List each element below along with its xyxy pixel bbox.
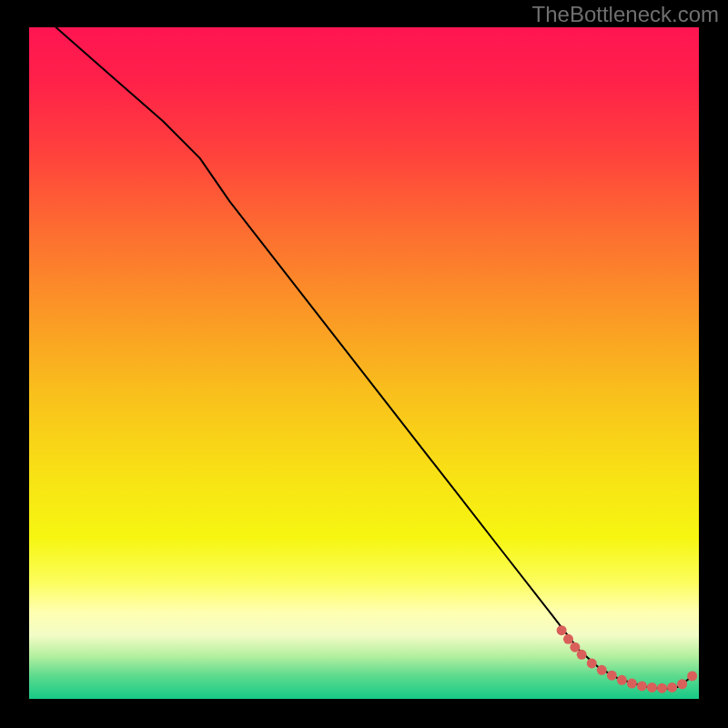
data-point [617, 675, 627, 685]
watermark-text: TheBottleneck.com [532, 2, 719, 27]
data-point [557, 625, 567, 635]
data-point [570, 642, 580, 652]
data-point [637, 681, 647, 691]
data-point [563, 634, 573, 644]
data-point [627, 679, 637, 689]
data-point [647, 682, 657, 693]
plot-area [29, 27, 699, 699]
gradient-background [29, 27, 699, 699]
data-point [687, 671, 697, 681]
data-point [607, 671, 617, 681]
data-point [667, 682, 677, 693]
data-point [597, 665, 607, 675]
data-point [577, 650, 587, 660]
data-point [657, 683, 667, 693]
data-point [677, 679, 687, 689]
chart-container: TheBottleneck.com [0, 0, 728, 728]
chart-svg [29, 27, 699, 699]
data-point [587, 658, 597, 668]
